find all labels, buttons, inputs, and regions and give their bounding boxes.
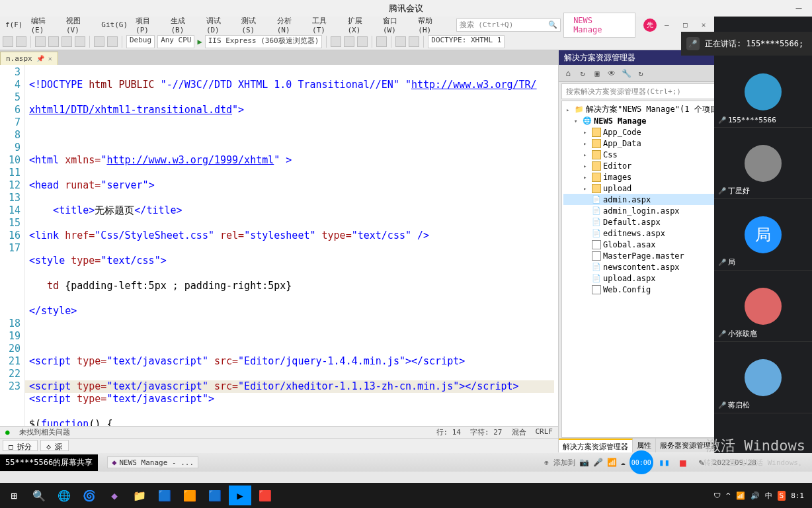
participant-tile[interactable]: 局 局 bbox=[714, 199, 812, 271]
participants-panel: 155****5566 丁星妤 局 局 小张跋扈 蒋启松 bbox=[714, 17, 812, 453]
collapse-icon[interactable]: ▣ bbox=[592, 69, 602, 78]
windows-activation-subtext: 转到"设置"以激活 Windows。 bbox=[704, 458, 805, 468]
edge-icon[interactable]: 🌀 bbox=[78, 486, 101, 505]
no-issues-indicator: ● bbox=[5, 428, 10, 437]
properties-icon[interactable]: 🔧 bbox=[621, 69, 631, 78]
vs-icon[interactable]: ◆ bbox=[103, 486, 126, 505]
app-icon[interactable]: 🟦 bbox=[153, 486, 176, 505]
menu-debug[interactable]: 调试(D) bbox=[204, 15, 236, 36]
menu-file[interactable]: f(F) bbox=[3, 19, 26, 30]
run-target-select[interactable]: IIS Express (360极速浏览器) bbox=[205, 35, 323, 48]
visual-studio-window: f(F) 编辑(E) 视图(V) Git(G) 项目(P) 生成(B) 调试(D… bbox=[0, 17, 714, 453]
menu-tools[interactable]: 工具(T) bbox=[309, 15, 342, 36]
participant-tile[interactable]: 小张跋扈 bbox=[714, 271, 812, 342]
menu-help[interactable]: 帮助(H) bbox=[415, 15, 448, 36]
windows-taskbar: ⊞ 🔍 🌐 🌀 ◆ 📁 🟦 🟧 🟦 ▶ 🟥 🛡 ^ 📶 🔊 中 S 8:1 bbox=[0, 483, 812, 508]
menu-window[interactable]: 窗口(W) bbox=[380, 15, 413, 36]
tb-icon[interactable] bbox=[376, 36, 387, 47]
tb-icon[interactable] bbox=[344, 36, 354, 47]
sync-icon[interactable]: ↻ bbox=[577, 69, 588, 78]
tray-wifi-icon[interactable]: 📶 bbox=[736, 491, 745, 500]
vs-minimize-button[interactable]: — bbox=[659, 19, 675, 30]
participant-tile[interactable]: 丁星妤 bbox=[714, 128, 812, 199]
tray-chevron-icon[interactable]: ^ bbox=[726, 491, 731, 500]
menu-edit[interactable]: 编辑(E) bbox=[28, 15, 61, 36]
user-avatar[interactable]: 先 bbox=[643, 19, 657, 32]
app-icon[interactable]: ▶ bbox=[229, 486, 251, 505]
tray-shield-icon[interactable]: 🛡 bbox=[713, 491, 721, 500]
tb-icon[interactable] bbox=[409, 36, 419, 47]
vs-search-input[interactable]: 搜索 (Ctrl+Q) bbox=[456, 19, 561, 32]
tray-icon[interactable]: 🎤 bbox=[593, 458, 603, 467]
participant-name: 蒋启松 bbox=[718, 400, 750, 410]
app-icon[interactable]: 🟥 bbox=[254, 486, 276, 505]
tray-ime[interactable]: 中 bbox=[765, 491, 772, 501]
code-editor[interactable]: 34567891011121314151617181920212223 <!DO… bbox=[0, 65, 558, 426]
tb-icon[interactable] bbox=[357, 36, 368, 47]
solution-name: NEWS Manage bbox=[563, 13, 635, 38]
menu-git[interactable]: Git(G) bbox=[99, 19, 130, 30]
record-icon[interactable]: ■ bbox=[676, 455, 690, 470]
menu-test[interactable]: 测试(S) bbox=[239, 15, 271, 36]
mic-muted-icon[interactable]: 🎤 bbox=[686, 37, 700, 50]
code-body[interactable]: <!DOCTYPE html PUBLIC "-//W3C//DTD XHTML… bbox=[25, 65, 558, 426]
back-icon[interactable] bbox=[3, 36, 13, 47]
tab-split[interactable]: □ 拆分 bbox=[3, 440, 38, 451]
forward-icon[interactable] bbox=[16, 36, 26, 47]
tray-sogou-icon[interactable]: S bbox=[778, 491, 786, 501]
doctype-select[interactable]: DOCTYPE: XHTML 1 bbox=[428, 35, 505, 48]
tray-sound-icon[interactable]: 🔊 bbox=[751, 491, 760, 500]
participant-tile[interactable]: 蒋启松 bbox=[714, 342, 812, 413]
participant-tile[interactable]: 155****5566 bbox=[714, 56, 812, 128]
tray-icon[interactable]: 📷 bbox=[579, 458, 589, 467]
app-icon[interactable]: 🟧 bbox=[179, 486, 201, 505]
app-icon[interactable]: 🟦 bbox=[204, 486, 226, 505]
chrome-icon[interactable]: 🌐 bbox=[53, 486, 75, 505]
home-icon[interactable]: ⌂ bbox=[563, 69, 573, 78]
issues-label: 未找到相关问题 bbox=[19, 427, 70, 437]
menu-project[interactable]: 项目(P) bbox=[133, 15, 165, 36]
menu-view[interactable]: 视图(V) bbox=[63, 15, 96, 36]
config-select[interactable]: Debug bbox=[126, 35, 155, 48]
file-tab-active[interactable]: n.aspx 📌 ✕ bbox=[0, 52, 58, 65]
speaking-label: 正在讲话: 155****5566; bbox=[705, 38, 803, 50]
tab-source[interactable]: ◇ 源 bbox=[40, 440, 68, 451]
tb-icon[interactable] bbox=[331, 36, 341, 47]
folder-icon[interactable]: 📁 bbox=[128, 486, 151, 505]
menu-analyze[interactable]: 分析(N) bbox=[274, 15, 307, 36]
menu-extensions[interactable]: 扩展(X) bbox=[345, 15, 378, 36]
save-icon[interactable] bbox=[61, 36, 72, 47]
tray-clock[interactable]: 8:1 bbox=[791, 491, 804, 500]
editor-column: n.aspx 📌 ✕ 34567891011121314151617181920… bbox=[0, 50, 559, 452]
platform-select[interactable]: Any CPU bbox=[157, 35, 194, 48]
vs-close-button[interactable]: ✕ bbox=[696, 19, 711, 30]
vs-maximize-button[interactable]: □ bbox=[677, 19, 693, 30]
undo-icon[interactable] bbox=[94, 36, 104, 47]
run-button[interactable]: ▶ bbox=[197, 37, 202, 46]
add-to-button[interactable]: ⊕ 添加到 bbox=[544, 458, 575, 468]
tray-icon[interactable]: 📶 bbox=[607, 458, 617, 467]
share-label: 55****5566的屏幕共享 bbox=[0, 454, 98, 471]
redo-icon[interactable] bbox=[107, 36, 118, 47]
search-taskbar-icon[interactable]: 🔍 bbox=[28, 486, 50, 505]
tb-icon[interactable] bbox=[395, 36, 406, 47]
new-icon[interactable] bbox=[35, 36, 46, 47]
status-line: 行: 14 bbox=[436, 427, 462, 437]
start-button[interactable]: ⊞ bbox=[3, 486, 25, 505]
tray-icon[interactable]: ☁ bbox=[621, 458, 626, 467]
speaking-now-bar: 🎤 正在讲话: 155****5566; bbox=[681, 32, 812, 56]
save-all-icon[interactable] bbox=[75, 36, 85, 47]
window-close-button[interactable]: — bbox=[786, 0, 812, 16]
file-tab-label: n.aspx bbox=[6, 54, 32, 63]
close-icon[interactable]: ✕ bbox=[48, 55, 52, 62]
line-gutter: 34567891011121314151617181920212223 bbox=[0, 65, 25, 426]
vs-taskbar-item[interactable]: NEWS Manage - ... bbox=[107, 456, 198, 468]
open-icon[interactable] bbox=[48, 36, 59, 47]
refresh-icon[interactable]: ↻ bbox=[635, 69, 646, 78]
pin-icon[interactable]: 📌 bbox=[36, 55, 44, 62]
menu-build[interactable]: 生成(B) bbox=[168, 15, 200, 36]
show-all-icon[interactable]: 👁 bbox=[606, 69, 617, 78]
pause-icon[interactable]: ▮▮ bbox=[657, 455, 672, 470]
file-tab-strip: n.aspx 📌 ✕ bbox=[0, 50, 558, 65]
participant-name: 局 bbox=[718, 257, 735, 267]
